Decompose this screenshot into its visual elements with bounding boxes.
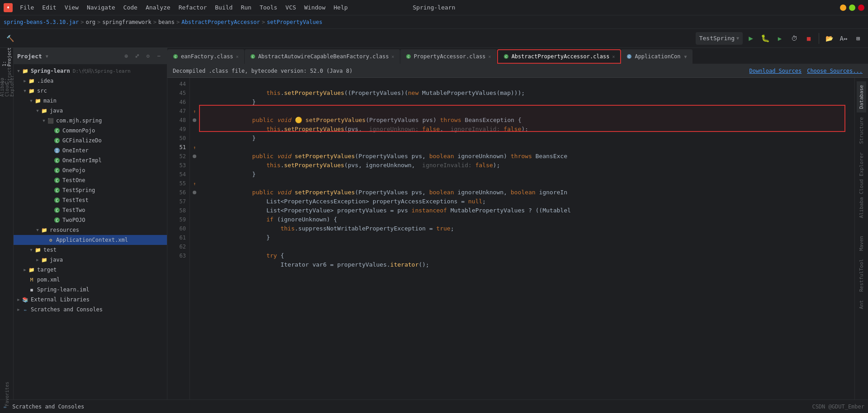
menu-help[interactable]: Help [330, 2, 351, 13]
gutter-arrow-51[interactable]: ↑ [190, 143, 199, 152]
stop-button[interactable]: ■ [802, 32, 815, 45]
breadcrumb-item-3[interactable]: beans [158, 19, 175, 25]
close-panel-icon[interactable]: − [154, 52, 163, 61]
breadcrumb-item-0[interactable]: spring-beans-5.3.10.jar [4, 19, 79, 25]
tree-test-one[interactable]: C TestOne [14, 175, 167, 185]
right-tab-maven[interactable]: Maven [857, 232, 866, 254]
open-file-button[interactable]: 📂 [823, 32, 835, 45]
breadcrumb-item-4[interactable]: AbstractPropertyAccessor [181, 19, 260, 25]
tree-common-pojo[interactable]: C CommonPojo [14, 126, 167, 136]
tree-test-folder[interactable]: ▼ 📁 test [14, 245, 167, 255]
tree-ext-libs[interactable]: ▶ 📚 External Libraries [14, 295, 167, 305]
tree-two-pojo[interactable]: C TwoPOJO [14, 215, 167, 225]
translate-button[interactable]: A↔ [837, 32, 850, 45]
right-tab-cloud[interactable]: Alibaba Cloud Explorer [857, 149, 866, 222]
title-left: ♦ File Edit View Navigate Code Analyze R… [4, 2, 351, 13]
menu-code[interactable]: Code [120, 2, 141, 13]
breadcrumb-item-1[interactable]: org [85, 19, 95, 25]
maximize-button[interactable]: + [849, 5, 855, 11]
gutter-arrow-47[interactable]: ↑ [190, 107, 199, 116]
gear-settings-icon[interactable]: ⚙ [143, 52, 152, 61]
menu-vcs[interactable]: VCS [282, 2, 299, 13]
tree-one-inter-impl[interactable]: C OneInterImpl [14, 155, 167, 165]
tree-one-inter[interactable]: I OneInter [14, 145, 167, 155]
code-editor[interactable]: 44 45 46 47 48 49 50 51 52 53 54 55 56 5… [167, 78, 868, 399]
menu-run[interactable]: Run [237, 2, 255, 13]
right-tab-restful[interactable]: RestfulTool [857, 255, 866, 296]
tab-close-1[interactable]: × [392, 54, 394, 59]
tree-target[interactable]: ▶ 📁 target [14, 265, 167, 275]
tab-autowire[interactable]: C AbstractAutowireCapableBeanFactory.cla… [245, 49, 400, 64]
breadcrumb-item-2[interactable]: springframework [102, 19, 151, 25]
run-button[interactable]: ▶ [745, 32, 757, 45]
sidebar-favorites-icon[interactable]: Favorites [1, 389, 12, 399]
sidebar-cloud-icon[interactable]: Alibaba Cloud Explorer [1, 80, 12, 91]
tab-close-2[interactable]: × [489, 54, 491, 59]
tab-abstract-property-accessor[interactable]: C AbstractPropertyAccessor.class × [497, 49, 621, 64]
tree-root[interactable]: ▼ 📁 Spring-learn D:\代码\Spring-learn [14, 66, 167, 76]
right-tab-ant[interactable]: Ant [857, 296, 866, 313]
menu-view[interactable]: View [61, 2, 82, 13]
svg-text:C: C [56, 218, 58, 223]
tree-package[interactable]: ▼ ⬛ com.mjh.spring [14, 116, 167, 126]
menu-refactor[interactable]: Refactor [175, 2, 211, 13]
tab-app-context[interactable]: C ApplicationCon ▼ [621, 49, 693, 64]
breadcrumb-item-5[interactable]: setPropertyValues [267, 19, 323, 25]
menu-file[interactable]: File [16, 2, 38, 13]
minimize-button[interactable]: − [840, 5, 846, 11]
tree-main[interactable]: ▼ 📁 main [14, 96, 167, 106]
tree-one-pojo[interactable]: C OnePojo [14, 165, 167, 175]
debug-button[interactable]: 🐛 [759, 32, 772, 45]
gutter-bookmark-56[interactable] [190, 188, 199, 197]
folder-icon-target: 📁 [28, 266, 35, 273]
tree-app-context-xml[interactable]: ⚙ ApplicationContext.xml [14, 235, 167, 245]
code-line-60: } [203, 224, 854, 233]
close-button[interactable]: × [858, 5, 864, 11]
tree-java[interactable]: ▼ 📁 java [14, 106, 167, 116]
more-tabs-icon[interactable]: ▼ [684, 54, 687, 59]
menu-analyze[interactable]: Analyze [142, 2, 174, 13]
tree-scratches[interactable]: ▶ ✏ Scratches and Consoles [14, 305, 167, 314]
status-right: CSDN @GDUT_Ember [812, 404, 864, 410]
tree-test-two[interactable]: C TestTwo [14, 205, 167, 215]
tree-test-java[interactable]: ▶ 📁 java [14, 255, 167, 265]
code-content[interactable]: this.setPropertyValues((PropertyValues)(… [199, 78, 854, 399]
tree-label-idea: .idea [37, 78, 53, 84]
menu-edit[interactable]: Edit [38, 2, 60, 13]
tab-bean-factory[interactable]: C eanFactory.class × [167, 49, 245, 64]
menu-build[interactable]: Build [211, 2, 236, 13]
tree-test-test[interactable]: C TestTest [14, 195, 167, 205]
add-folder-icon[interactable]: ⊕ [122, 52, 131, 61]
tab-close-3[interactable]: × [612, 54, 615, 59]
editor-area: C eanFactory.class × C AbstractAutowireC… [167, 48, 868, 399]
choose-sources-link[interactable]: Choose Sources... [807, 68, 863, 74]
menu-tools[interactable]: Tools [256, 2, 281, 13]
tab-property-accessor[interactable]: C PropertyAccessor.class × [400, 49, 497, 64]
collapse-all-icon[interactable]: ⤢ [133, 52, 142, 61]
gutter-arrow-55[interactable]: ↑ [190, 179, 199, 188]
menu-navigate[interactable]: Navigate [83, 2, 119, 13]
tree-iml[interactable]: ◼ Spring-learn.iml [14, 285, 167, 295]
tree-idea[interactable]: ▶ 📁 .idea [14, 76, 167, 86]
tree-test-spring[interactable]: C TestSpring [14, 185, 167, 195]
coverage-button[interactable]: ▶ [773, 32, 786, 45]
run-configuration[interactable]: TestSpring ▼ [696, 32, 743, 45]
scratches-label[interactable]: Scratches and Consoles [12, 404, 84, 410]
right-tab-database[interactable]: Database [857, 81, 866, 113]
layout-button[interactable]: ⊞ [852, 32, 864, 45]
profiler-button[interactable]: ⏱ [788, 32, 801, 45]
download-sources-link[interactable]: Download Sources [749, 68, 802, 74]
hammer-icon[interactable]: 🔨 [4, 32, 16, 45]
project-dropdown-icon[interactable]: ▼ [46, 54, 48, 59]
tab-close-0[interactable]: × [236, 54, 239, 59]
project-panel: Project ▼ ⊕ ⤢ ⚙ − ▼ 📁 Spring-learn D:\代码… [14, 48, 167, 399]
right-tab-structure[interactable]: Structure [857, 113, 866, 148]
tree-resources[interactable]: ▼ 📁 resources [14, 225, 167, 235]
gutter-bookmark-52[interactable] [190, 152, 199, 161]
gutter-bookmark-48[interactable] [190, 116, 199, 125]
menu-window[interactable]: Window [301, 2, 329, 13]
svg-text:C: C [56, 188, 58, 193]
tree-src[interactable]: ▼ 📁 src [14, 86, 167, 96]
tree-gc-finalize[interactable]: C GCFinalizeDo [14, 136, 167, 145]
tree-pom[interactable]: M pom.xml [14, 275, 167, 285]
